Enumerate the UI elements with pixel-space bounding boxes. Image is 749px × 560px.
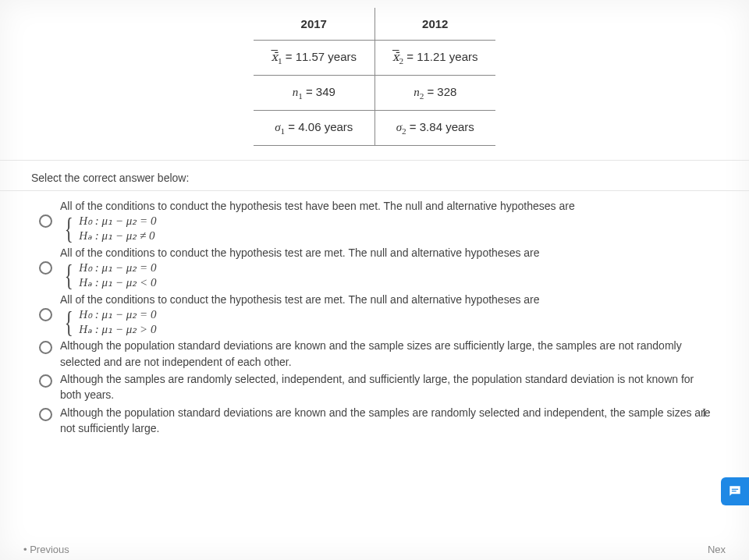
- option-intro: Although the population standard deviati…: [60, 338, 718, 370]
- table-header-row: 2017 2012: [254, 8, 495, 41]
- svg-rect-0: [732, 489, 738, 490]
- cell-xbar2: x̄2 = 11.21 years: [374, 41, 495, 76]
- ha-line: Hₐ : μ₁ − μ₂ > 0: [79, 322, 156, 337]
- option-body: All of the conditions to conduct the hyp…: [60, 245, 718, 290]
- footer-nav: • Previous Nex: [0, 544, 749, 555]
- option-intro: All of the conditions to conduct the hyp…: [60, 198, 718, 214]
- summary-stats-table: 2017 2012 x̄1 = 11.57 years x̄2 = 11.21 …: [254, 8, 495, 146]
- option-5[interactable]: Although the samples are randomly select…: [39, 370, 718, 404]
- option-body: All of the conditions to conduct the hyp…: [60, 198, 718, 243]
- radio-icon[interactable]: [39, 214, 52, 228]
- table-row: σ1 = 4.06 years σ2 = 3.84 years: [254, 111, 495, 146]
- left-brace-icon: {: [65, 308, 73, 336]
- radio-icon[interactable]: [39, 341, 52, 354]
- table-row: n1 = 349 n2 = 328: [254, 76, 495, 111]
- radio-icon[interactable]: [39, 261, 52, 275]
- cell-xbar1: x̄1 = 11.57 years: [254, 41, 374, 76]
- option-body: Although the population standard deviati…: [60, 338, 718, 370]
- left-brace-icon: {: [65, 261, 73, 289]
- option-intro: All of the conditions to conduct the hyp…: [60, 245, 718, 261]
- svg-rect-1: [732, 491, 737, 491]
- col-header-2012: 2012: [374, 8, 495, 41]
- option-intro: Although the samples are randomly select…: [60, 371, 718, 403]
- h0-line: H₀ : μ₁ − μ₂ = 0: [79, 261, 156, 275]
- hypotheses: { H₀ : μ₁ − μ₂ = 0 Hₐ : μ₁ − μ₂ ≠ 0: [62, 214, 718, 243]
- chat-icon: [727, 484, 743, 499]
- question-page: 2017 2012 x̄1 = 11.57 years x̄2 = 11.21 …: [0, 0, 749, 560]
- text-cursor-icon: I: [702, 407, 706, 420]
- col-header-2017: 2017: [254, 8, 374, 41]
- option-body: Although the population standard deviati…: [60, 405, 718, 437]
- table-row: x̄1 = 11.57 years x̄2 = 11.21 years: [254, 41, 495, 76]
- chat-help-button[interactable]: [721, 477, 749, 505]
- ha-line: Hₐ : μ₁ − μ₂ ≠ 0: [79, 229, 156, 243]
- cell-sigma1: σ1 = 4.06 years: [254, 111, 374, 146]
- cell-n2: n2 = 328: [374, 76, 495, 111]
- data-table-container: 2017 2012 x̄1 = 11.57 years x̄2 = 11.21 …: [0, 8, 749, 160]
- radio-icon[interactable]: [39, 374, 52, 388]
- answer-options: All of the conditions to conduct the hyp…: [0, 191, 749, 437]
- option-2[interactable]: All of the conditions to conduct the hyp…: [39, 244, 718, 291]
- option-intro: Although the population standard deviati…: [60, 405, 718, 437]
- h0-line: H₀ : μ₁ − μ₂ = 0: [79, 307, 156, 322]
- option-3[interactable]: All of the conditions to conduct the hyp…: [39, 291, 718, 338]
- hypotheses: { H₀ : μ₁ − μ₂ = 0 Hₐ : μ₁ − μ₂ < 0: [62, 261, 718, 290]
- option-body: Although the samples are randomly select…: [60, 371, 718, 403]
- option-body: All of the conditions to conduct the hyp…: [60, 292, 718, 337]
- cell-n1: n1 = 349: [254, 76, 374, 111]
- hypotheses: { H₀ : μ₁ − μ₂ = 0 Hₐ : μ₁ − μ₂ > 0: [62, 307, 718, 337]
- h0-line: H₀ : μ₁ − μ₂ = 0: [79, 214, 156, 229]
- left-brace-icon: {: [65, 214, 73, 243]
- question-prompt: Select the correct answer below:: [0, 160, 749, 191]
- radio-icon[interactable]: [39, 308, 52, 321]
- option-intro: All of the conditions to conduct the hyp…: [60, 292, 718, 307]
- option-4[interactable]: Although the population standard deviati…: [39, 337, 718, 370]
- cell-sigma2: σ2 = 3.84 years: [374, 111, 495, 146]
- next-link[interactable]: Nex: [708, 544, 726, 555]
- ha-line: Hₐ : μ₁ − μ₂ < 0: [79, 275, 156, 290]
- radio-icon[interactable]: [39, 408, 52, 421]
- option-1[interactable]: All of the conditions to conduct the hyp…: [39, 197, 718, 244]
- option-6[interactable]: Although the population standard deviati…: [39, 404, 718, 438]
- previous-link[interactable]: • Previous: [23, 544, 69, 555]
